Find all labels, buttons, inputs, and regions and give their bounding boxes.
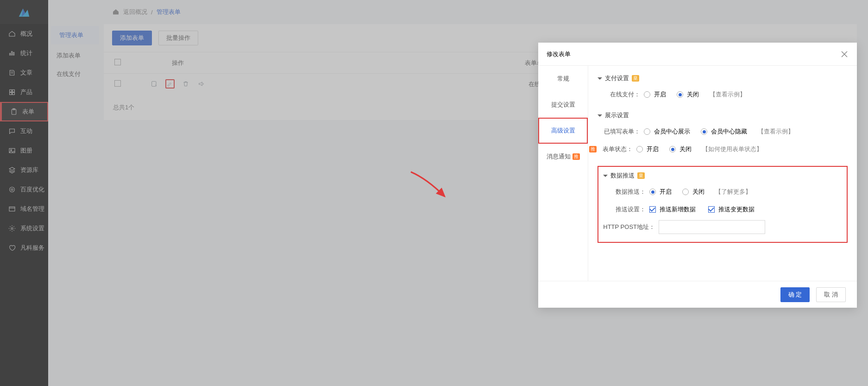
- post-label: HTTP POST地址：: [603, 223, 659, 231]
- pay-example-link[interactable]: 【查看示例】: [710, 90, 746, 99]
- push-more-link[interactable]: 【了解更多】: [715, 188, 751, 196]
- section-push: 数据推送 皇 数据推送： 开启 关闭 【了解更多】 推送设置： 推送新增数据: [598, 166, 848, 243]
- filled-example-link[interactable]: 【查看示例】: [758, 127, 794, 136]
- pay-label: 在线支付：: [598, 90, 644, 99]
- push-change-checkbox[interactable]: [708, 206, 715, 213]
- post-url-input[interactable]: [659, 220, 765, 234]
- status-badge: 推: [589, 146, 597, 152]
- push-label: 数据推送：: [603, 188, 649, 196]
- modal-tabs: 常规提交设置高级设置消息通知 推: [538, 66, 588, 281]
- filled-label: 已填写表单：: [598, 127, 644, 136]
- ok-button[interactable]: 确 定: [780, 287, 810, 302]
- edit-form-modal: 修改表单 常规提交设置高级设置消息通知 推 支付设置 皇 在线支付： 开启 关闭…: [538, 43, 857, 308]
- section-pay: 支付设置 皇 在线支付： 开启 关闭 【查看示例】: [598, 74, 848, 102]
- push-new-checkbox[interactable]: [649, 206, 656, 213]
- status-off-radio[interactable]: [669, 146, 676, 152]
- push-off-radio[interactable]: [682, 189, 689, 195]
- push-on-radio[interactable]: [649, 189, 656, 195]
- chevron-down-icon[interactable]: [598, 114, 602, 117]
- filled-show-radio[interactable]: [644, 128, 650, 135]
- section-show: 展示设置 已填写表单： 会员中心展示 会员中心隐藏 【查看示例】 推 表单状态：…: [598, 111, 848, 157]
- push-setting-label: 推送设置：: [603, 205, 649, 214]
- filled-hide-radio[interactable]: [701, 128, 707, 135]
- status-on-radio[interactable]: [636, 146, 643, 152]
- modal-title: 修改表单: [547, 50, 571, 58]
- pay-on-radio[interactable]: [644, 91, 650, 98]
- status-how-link[interactable]: 【如何使用表单状态】: [702, 145, 762, 153]
- close-icon[interactable]: [840, 50, 849, 58]
- modal-tab[interactable]: 提交设置: [538, 92, 588, 118]
- status-label: 表单状态：: [598, 145, 636, 153]
- new-badge: 推: [572, 153, 580, 160]
- pro-badge: 皇: [637, 172, 645, 179]
- modal-tab[interactable]: 常规: [538, 66, 588, 92]
- chevron-down-icon[interactable]: [598, 77, 602, 80]
- modal-content: 支付设置 皇 在线支付： 开启 关闭 【查看示例】 展示设置 已填写表单：: [588, 66, 857, 281]
- chevron-down-icon[interactable]: [603, 175, 608, 177]
- pro-badge: 皇: [632, 75, 639, 82]
- cancel-button[interactable]: 取 消: [816, 287, 846, 302]
- pay-off-radio[interactable]: [677, 91, 683, 98]
- modal-tab[interactable]: 高级设置: [538, 118, 588, 144]
- modal-tab[interactable]: 消息通知 推: [538, 144, 588, 170]
